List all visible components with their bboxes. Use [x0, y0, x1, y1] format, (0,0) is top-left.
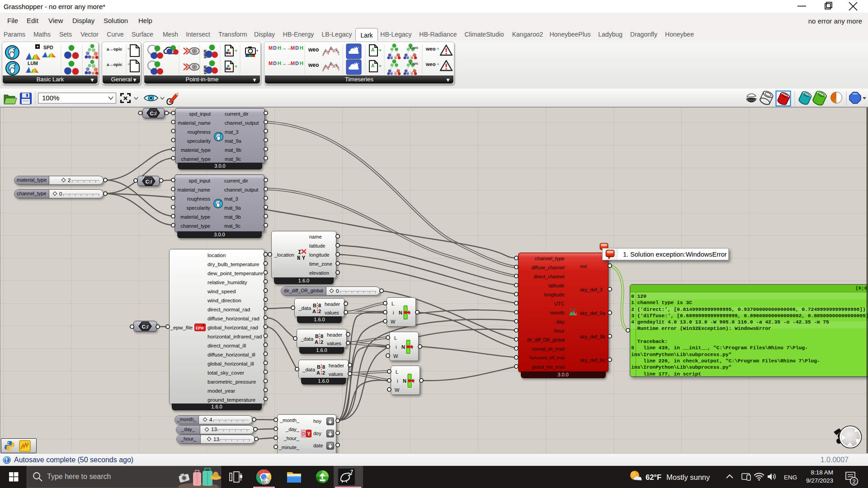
svg-text:100%: 100%: [42, 94, 59, 102]
svg-text:2: 2: [853, 479, 856, 485]
svg-text:D: D: [273, 61, 277, 66]
svg-text:H: H: [278, 61, 281, 66]
svg-text:→: →: [282, 45, 287, 51]
svg-text:a-opic: a-opic: [410, 46, 419, 50]
svg-text:M: M: [269, 61, 273, 66]
svg-text:8:18 AM: 8:18 AM: [811, 469, 833, 476]
svg-text:D: D: [273, 45, 277, 51]
svg-text:weo: weo: [425, 61, 436, 67]
svg-text:M: M: [291, 45, 295, 51]
svg-text:D: D: [295, 45, 299, 51]
svg-text:D: D: [295, 61, 299, 66]
svg-text:7: 7: [350, 469, 353, 474]
svg-text:LUM: LUM: [28, 61, 38, 66]
svg-text:H: H: [278, 45, 281, 51]
svg-text:→: →: [282, 61, 287, 66]
svg-text:Mostly sunny: Mostly sunny: [666, 473, 710, 481]
svg-text:weo: weo: [425, 46, 436, 52]
svg-text:weo: weo: [308, 47, 319, 53]
svg-text:weo: weo: [308, 62, 319, 68]
svg-text:9/27/2023: 9/27/2023: [806, 477, 833, 484]
svg-text:ENG: ENG: [784, 474, 797, 481]
svg-text:62°F: 62°F: [646, 473, 661, 481]
svg-text:M: M: [269, 45, 273, 51]
svg-text:A: A: [371, 63, 374, 68]
svg-text:H: H: [300, 45, 303, 51]
svg-text:SPD: SPD: [43, 45, 53, 50]
svg-text:A: A: [371, 47, 374, 52]
svg-text:✦: ✦: [36, 45, 39, 49]
svg-text:a-opic: a-opic: [410, 62, 419, 66]
svg-text:M: M: [291, 61, 295, 66]
svg-text:H: H: [300, 61, 303, 66]
svg-text:a→opic: a→opic: [107, 47, 122, 52]
svg-text:a→opic: a→opic: [107, 62, 122, 67]
